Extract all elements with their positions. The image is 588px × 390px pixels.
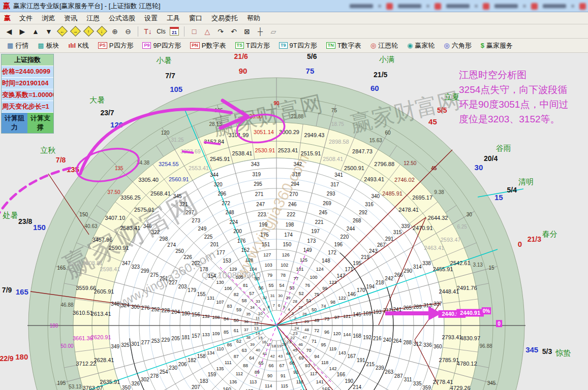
svg-text:20: 20 — [282, 342, 287, 347]
svg-text:195: 195 — [353, 261, 361, 266]
svg-text:90: 90 — [273, 101, 280, 106]
svg-text:146: 146 — [347, 291, 356, 297]
shift-left-icon[interactable]: ← — [56, 26, 68, 37]
menu-tools[interactable]: 工具 — [162, 13, 184, 23]
svg-text:51: 51 — [306, 298, 311, 303]
menu-window[interactable]: 窗口 — [184, 13, 207, 23]
gann-wheel-button[interactable]: ◎江恩轮 — [366, 40, 402, 52]
svg-text:16: 16 — [262, 340, 266, 344]
zoom-out-icon[interactable]: ⊖ — [122, 26, 134, 37]
svg-text:153: 153 — [223, 258, 231, 264]
svg-text:289: 289 — [413, 304, 422, 310]
svg-text:249: 249 — [198, 226, 207, 232]
svg-text:344: 344 — [210, 172, 219, 178]
sectors-button[interactable]: ▩板块 — [34, 40, 63, 52]
svg-text:349: 349 — [111, 344, 119, 349]
svg-text:129: 129 — [229, 267, 237, 272]
svg-text:处暑: 处暑 — [3, 211, 18, 219]
svg-text:190: 190 — [345, 378, 353, 384]
svg-text:21/6: 21/6 — [234, 53, 248, 60]
expand-icon[interactable]: ⊠ — [241, 26, 253, 37]
svg-text:55: 55 — [269, 283, 274, 288]
hexagon-button[interactable]: ◎六角形 — [440, 40, 475, 52]
svg-text:80: 80 — [255, 276, 260, 281]
svg-text:2796.88: 2796.88 — [374, 161, 394, 167]
menu-trade[interactable]: 交易委托 — [207, 13, 242, 23]
up-icon[interactable]: ▲ — [29, 26, 42, 37]
svg-text:63: 63 — [241, 348, 246, 353]
svg-text:93: 93 — [305, 363, 310, 368]
svg-text:54: 54 — [279, 283, 284, 288]
svg-text:17: 17 — [266, 342, 271, 347]
rect-tool-icon[interactable]: □ — [188, 26, 200, 37]
quotes-button[interactable]: ▦行情 — [3, 40, 33, 52]
t-axis-icon[interactable]: T↓ — [142, 26, 154, 37]
svg-text:2635.91: 2635.91 — [100, 379, 120, 385]
svg-text:9: 9 — [263, 307, 265, 312]
9t-square-button[interactable]: T99T四方形 — [275, 40, 321, 52]
9p-square-button[interactable]: P99P四方形 — [138, 40, 185, 52]
kline-icon: ılıl — [69, 42, 76, 49]
menu-news[interactable]: 资讯 — [59, 13, 82, 23]
svg-text:清明: 清明 — [518, 177, 534, 186]
svg-text:31: 31 — [270, 294, 275, 298]
eraser-icon[interactable]: ▱ — [267, 26, 280, 37]
svg-text:35: 35 — [246, 312, 251, 316]
svg-text:321: 321 — [179, 202, 188, 207]
rotate-cw-icon[interactable]: ↷ — [214, 26, 227, 37]
p-square-button[interactable]: PSP四方形 — [94, 40, 138, 52]
svg-text:183: 183 — [200, 378, 208, 384]
rotate-ccw-icon[interactable]: ↶ — [228, 26, 240, 37]
winner-wheel-button[interactable]: ◉赢家轮 — [403, 40, 439, 52]
shift-up-icon[interactable]: ↑ — [82, 26, 95, 37]
svg-text:202: 202 — [192, 261, 200, 266]
calc-resistance-button[interactable]: 计算阻力 — [2, 113, 27, 133]
svg-text:2847.73: 2847.73 — [352, 148, 373, 154]
calc-support-button[interactable]: 计算支撑 — [27, 113, 53, 133]
svg-text:3712.22: 3712.22 — [76, 361, 96, 367]
menu-browse[interactable]: 浏览 — [37, 13, 59, 23]
svg-text:4: 4 — [288, 307, 290, 312]
svg-text:立夏: 立夏 — [444, 92, 459, 101]
svg-text:67: 67 — [279, 363, 284, 368]
svg-text:272: 272 — [222, 201, 230, 206]
svg-text:134: 134 — [207, 350, 214, 355]
menu-gann[interactable]: 江恩 — [82, 13, 104, 23]
p-table-button[interactable]: PNP数字表 — [186, 40, 230, 52]
svg-text:151: 151 — [262, 242, 270, 247]
shift-down-icon[interactable]: ↓ — [96, 26, 108, 37]
svg-text:240: 240 — [383, 337, 392, 343]
svg-text:172: 172 — [328, 250, 336, 255]
analysis-note-line-1: 江恩时空分析图 — [459, 68, 587, 82]
svg-text:180: 180 — [15, 352, 28, 361]
svg-text:180: 180 — [50, 323, 58, 329]
svg-text:293: 293 — [327, 191, 335, 197]
menu-help[interactable]: 帮助 — [242, 13, 265, 23]
t-table-button[interactable]: TNT数字表 — [322, 40, 365, 52]
svg-text:100: 100 — [310, 275, 318, 280]
menu-settings[interactable]: 设置 — [140, 13, 162, 23]
back-icon[interactable]: ◀ — [3, 26, 15, 37]
menu-file[interactable]: 文件 — [15, 13, 37, 23]
menu-formula-stock-pick[interactable]: 公式选股 — [104, 13, 140, 23]
winner-service-button[interactable]: $赢家服务 — [477, 40, 517, 52]
forward-icon[interactable]: ▶ — [16, 26, 28, 37]
calendar-icon[interactable]: 21 — [168, 26, 180, 37]
svg-text:59: 59 — [236, 307, 241, 312]
step-row: 周天变化步长=1 — [2, 101, 53, 113]
cls-button[interactable]: Cls — [155, 26, 167, 37]
kline-button[interactable]: ılılK线 — [65, 40, 93, 52]
svg-text:113: 113 — [250, 379, 257, 384]
t-square-button[interactable]: TST四方形 — [231, 40, 274, 52]
svg-text:287: 287 — [394, 373, 403, 379]
down-icon[interactable]: ▼ — [43, 26, 55, 37]
svg-text:218: 218 — [376, 280, 384, 285]
ps-badge-icon: PS — [98, 42, 107, 49]
dollar-icon: $ — [481, 42, 484, 49]
zoom-in-icon[interactable]: ⊕ — [109, 26, 121, 37]
shift-right-icon[interactable]: → — [69, 26, 81, 37]
svg-text:221: 221 — [315, 219, 324, 225]
center-icon[interactable]: ┼ — [254, 26, 266, 37]
svg-text:84: 84 — [224, 316, 229, 321]
triangle-tool-icon[interactable]: △ — [201, 26, 213, 37]
